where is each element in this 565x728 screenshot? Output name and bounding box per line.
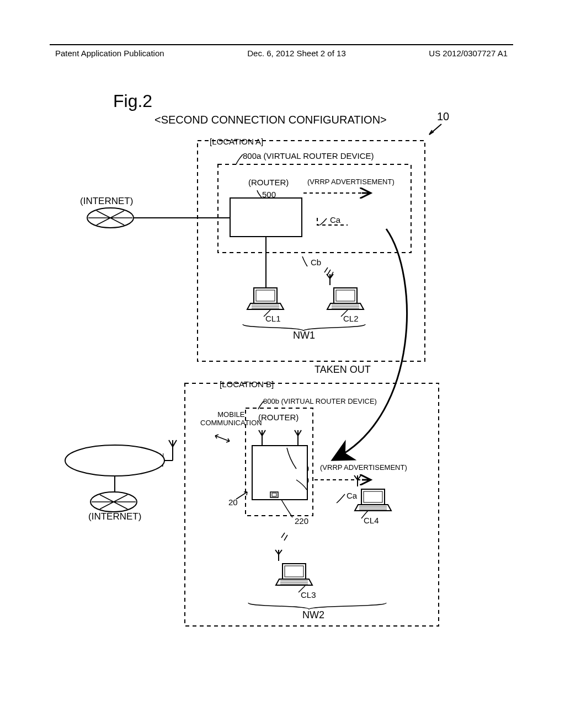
svg-rect-0: [198, 141, 425, 361]
laptop-icon: [327, 274, 364, 309]
laptop-icon: [275, 550, 312, 585]
svg-rect-13: [252, 446, 307, 500]
laptop-icon: [247, 288, 284, 309]
laptop-icon: [354, 475, 391, 511]
svg-rect-11: [185, 383, 439, 626]
svg-rect-2: [230, 198, 302, 237]
diagram-svg: [0, 0, 565, 728]
svg-point-24: [65, 445, 164, 476]
page: Patent Application Publication Dec. 6, 2…: [0, 0, 565, 728]
